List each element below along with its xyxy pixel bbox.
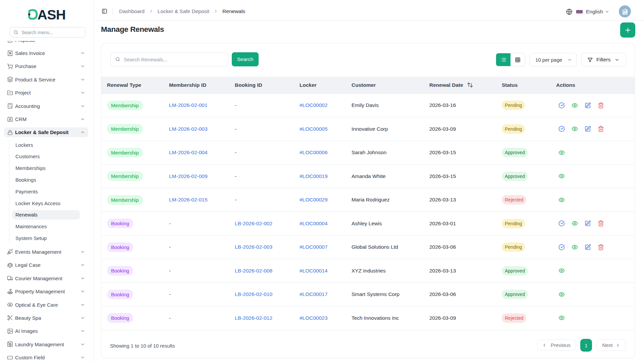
svg-text:ASH: ASH	[38, 9, 66, 20]
